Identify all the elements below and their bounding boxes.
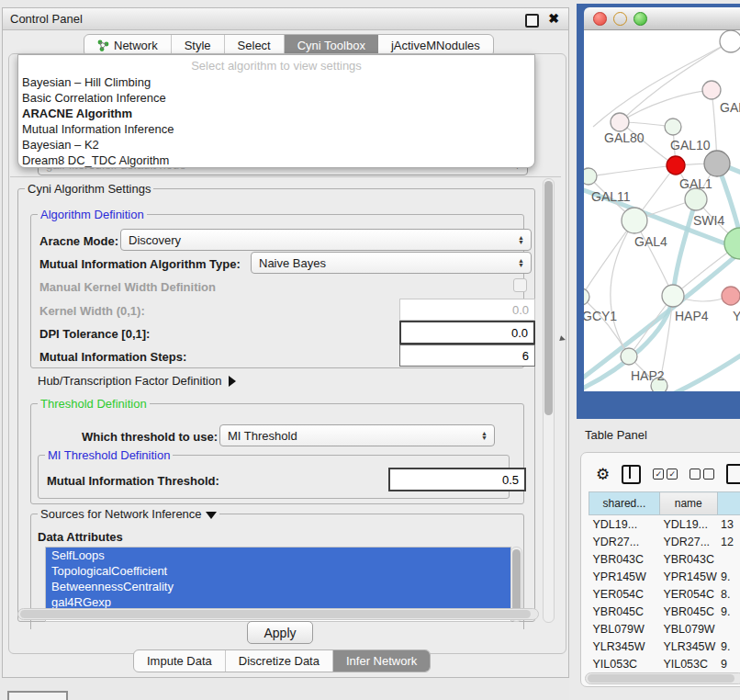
table-cell[interactable]: YBR045C [589, 603, 660, 620]
table-horizontal-scrollbar-thumb[interactable] [588, 674, 734, 683]
table-cell[interactable]: 8. [717, 585, 740, 603]
network-window-titlebar[interactable] [584, 7, 740, 30]
table-cell[interactable]: YDL19... [659, 515, 717, 534]
minimize-traffic-light[interactable] [613, 12, 627, 26]
which-threshold-combo[interactable]: MI Threshold ▲▼ [219, 424, 495, 446]
columns-icon[interactable] [622, 465, 641, 484]
table-row[interactable]: YBL079WYBL079W [589, 620, 740, 638]
network-node[interactable] [622, 208, 647, 233]
attribute-item-betweennesscentrality[interactable]: BetweennessCentrality [46, 579, 510, 594]
table-cell[interactable]: YDL19... [589, 515, 660, 534]
table-row[interactable]: YLR345WYLR345W9. [589, 638, 740, 655]
table-row[interactable]: YER054CYER054C8. [589, 585, 740, 603]
manual-kernel-checkbox[interactable] [513, 278, 527, 292]
table-cell[interactable]: YIL053C [659, 655, 717, 672]
table-cell[interactable]: 13 [717, 515, 740, 534]
table-row[interactable]: YDL19...YDL19...13 [589, 515, 740, 534]
algorithm-option-bayesian-k2[interactable]: Bayesian – K2 [18, 137, 534, 152]
network-node[interactable] [611, 113, 629, 131]
table-cell[interactable]: YER054C [589, 585, 660, 603]
attribute-item-topologicalcoefficient[interactable]: TopologicalCoefficient [46, 563, 510, 579]
table-cell[interactable]: YBR045C [659, 603, 717, 620]
settings-horizontal-scrollbar[interactable] [17, 608, 539, 620]
node-table[interactable]: shared...name YDL19...YDL19...13YDR27...… [589, 491, 740, 672]
table-cell[interactable] [717, 620, 740, 638]
table-cell[interactable]: YBR043C [659, 550, 717, 568]
attribute-item-selfloops[interactable]: SelfLoops [46, 548, 510, 563]
table-horizontal-scrollbar[interactable] [585, 672, 740, 684]
tab-impute-data[interactable]: Impute Data [134, 650, 226, 672]
table-cell[interactable]: YER054C [659, 585, 717, 603]
table-cell[interactable]: YBL079W [659, 620, 717, 638]
settings-vertical-scrollbar-thumb[interactable] [544, 181, 553, 415]
node-table-header-row[interactable]: shared...name [589, 492, 740, 515]
table-cell[interactable]: YLR345W [659, 638, 717, 655]
close-icon[interactable]: ✖ [548, 11, 559, 26]
table-row[interactable]: YBR043CYBR043C [589, 550, 740, 568]
table-row[interactable]: YPR145WYPR145W9. [589, 568, 740, 585]
table-cell[interactable]: YLR345W [589, 638, 660, 655]
table-cell[interactable] [717, 550, 740, 568]
algorithm-option-dream8-dc-tdc-algorithm[interactable]: Dream8 DC_TDC Algorithm [18, 152, 534, 168]
table-cell[interactable]: YBL079W [589, 620, 660, 638]
network-node[interactable] [722, 287, 740, 305]
column-header-2[interactable] [717, 492, 740, 515]
network-node[interactable] [720, 30, 740, 52]
algorithm-option-bayesian-hill-climbing[interactable]: Bayesian – Hill Climbing [18, 74, 534, 90]
algorithm-option-basic-correlation-inference[interactable]: Basic Correlation Inference [18, 90, 534, 106]
mi-steps-input[interactable] [399, 344, 535, 367]
table-cell[interactable]: YDR27... [589, 533, 660, 550]
network-node[interactable] [685, 188, 707, 210]
table-row[interactable]: YIL053CYIL053C9 [589, 655, 740, 672]
table-row[interactable]: YDR27...YDR27...12 [589, 533, 740, 550]
network-node[interactable] [662, 285, 684, 307]
kernel-width-input[interactable] [399, 299, 535, 321]
algorithm-option-aracne-algorithm[interactable]: ARACNE Algorithm [18, 106, 534, 121]
document-icon[interactable] [726, 464, 740, 484]
network-node[interactable] [621, 348, 637, 365]
network-node[interactable] [667, 156, 685, 175]
tab-discretize-data[interactable]: Discretize Data [226, 650, 333, 672]
aracne-mode-combo[interactable]: Discovery ▲▼ [120, 229, 532, 251]
network-canvas[interactable]: GALGAL80GAL10GAL1GAL11GAL4SWI4GCY1HAP4YH… [584, 30, 740, 391]
data-attributes-items: SelfLoopsTopologicalCoefficientBetweenne… [46, 548, 510, 610]
table-cell[interactable]: YBR043C [589, 550, 660, 568]
network-node[interactable] [702, 81, 721, 99]
hub-definition-toggle[interactable]: Hub/Transcription Factor Definition [38, 374, 236, 388]
column-header-name[interactable]: name [659, 492, 717, 515]
apply-button[interactable]: Apply [247, 621, 313, 644]
minimized-window-fragment[interactable] [7, 691, 68, 700]
algorithm-option-mutual-information-inference[interactable]: Mutual Information Inference [18, 121, 534, 137]
network-node[interactable] [704, 151, 730, 176]
float-icon[interactable] [525, 14, 539, 28]
table-cell[interactable]: 9 [717, 655, 740, 672]
control-panel-titlebar: Control Panel ✖ [3, 8, 568, 30]
table-cell[interactable]: 9. [717, 638, 740, 655]
table-cell[interactable]: 9. [717, 603, 740, 620]
attributes-scrollbar-thumb[interactable] [512, 549, 521, 614]
dpi-tolerance-input[interactable] [399, 321, 535, 344]
column-header-shared[interactable]: shared... [589, 492, 660, 515]
table-cell[interactable]: YDR27... [659, 533, 717, 550]
checked-pair-icon[interactable]: ✓✓ [653, 469, 678, 480]
settings-horizontal-scrollbar-thumb[interactable] [20, 610, 531, 618]
network-node[interactable] [665, 119, 681, 135]
network-node[interactable] [584, 288, 589, 305]
unchecked-pair-icon[interactable] [690, 469, 714, 480]
table-cell[interactable]: 9. [717, 568, 740, 585]
table-cell[interactable]: YIL053C [589, 655, 660, 672]
table-cell[interactable]: 12 [717, 533, 740, 550]
network-node[interactable] [584, 168, 597, 185]
mi-type-combo[interactable]: Naive Bayes ▲▼ [251, 252, 532, 274]
table-row[interactable]: YBR045CYBR045C9. [589, 603, 740, 620]
table-cell[interactable]: YPR145W [659, 568, 717, 585]
node-table-body[interactable]: YDL19...YDL19...13YDR27...YDR27...12YBR0… [589, 515, 740, 673]
close-traffic-light[interactable] [593, 12, 607, 26]
table-cell[interactable]: YPR145W [589, 568, 660, 585]
tab-infer-network[interactable]: Infer Network [333, 650, 430, 672]
mi-threshold-input[interactable] [388, 468, 526, 491]
gear-icon[interactable]: ⚙ [596, 467, 610, 482]
tab-label: Infer Network [346, 654, 417, 668]
settings-vertical-scrollbar[interactable] [543, 178, 555, 623]
zoom-traffic-light[interactable] [633, 12, 647, 26]
